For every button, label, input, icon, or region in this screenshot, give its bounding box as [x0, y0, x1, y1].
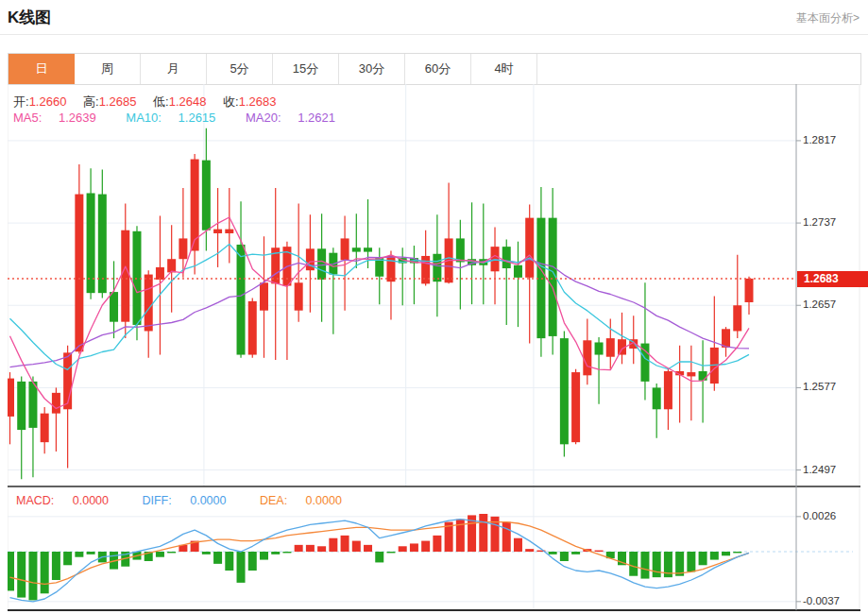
high-value: 1.2685 — [99, 94, 137, 109]
low-label: 低: — [153, 94, 169, 109]
close-value: 1.2683 — [239, 94, 277, 109]
tab-interval-1[interactable]: 周 — [75, 54, 141, 84]
ma10-readout: MA10: 1.2615 — [126, 111, 229, 125]
ohlc-readout: 开:1.2660 高:1.2685 低:1.2648 收:1.2683 — [13, 94, 289, 111]
y-axis-tick: 1.2817 — [803, 134, 836, 145]
ma5-readout: MA5: 1.2639 — [13, 111, 110, 125]
interval-tabbar: 日周月5分15分30分60分4时 — [8, 53, 861, 85]
kline-chart-canvas[interactable] — [8, 84, 860, 611]
y-axis-tick: -0.0037 — [803, 595, 840, 606]
kline-chart[interactable]: 1.28171.27371.26571.25771.24970.0026-0.0… — [8, 84, 860, 611]
fundamental-analysis-link[interactable]: 基本面分析> — [796, 10, 859, 26]
header-divider — [0, 34, 868, 35]
diff-readout: DIFF: 0.0000 — [142, 494, 241, 507]
close-label: 收: — [223, 94, 239, 109]
page-title: K线图 — [8, 7, 51, 28]
tab-interval-0[interactable]: 日 — [9, 54, 75, 84]
tab-interval-2[interactable]: 月 — [141, 54, 207, 84]
tab-interval-7[interactable]: 4时 — [471, 54, 537, 84]
y-axis-tick: 1.2657 — [803, 298, 836, 310]
y-axis-tick: 1.2497 — [803, 464, 836, 475]
low-value: 1.2648 — [169, 94, 207, 109]
open-label: 开: — [13, 94, 29, 109]
macd-readout: MACD: 0.0000 — [16, 494, 124, 507]
tab-interval-3[interactable]: 5分 — [207, 54, 273, 84]
tab-interval-6[interactable]: 60分 — [405, 54, 471, 84]
y-axis-tick: 0.0026 — [803, 510, 836, 521]
y-axis-tick: 1.2577 — [803, 381, 836, 392]
open-value: 1.2660 — [29, 94, 67, 109]
tab-interval-5[interactable]: 30分 — [339, 54, 405, 84]
y-axis-tick: 1.2737 — [803, 216, 836, 228]
last-price-badge: 1.2683 — [797, 271, 868, 287]
ma-legend: MA5: 1.2639 MA10: 1.2615 MA20: 1.2621 — [13, 111, 362, 125]
macd-legend: MACD: 0.0000 DIFF: 0.0000 DEA: 0.0000 — [16, 494, 372, 507]
tab-interval-4[interactable]: 15分 — [273, 54, 339, 84]
ma20-readout: MA20: 1.2621 — [246, 111, 349, 125]
dea-readout: DEA: 0.0000 — [260, 494, 357, 507]
high-label: 高: — [83, 94, 99, 109]
